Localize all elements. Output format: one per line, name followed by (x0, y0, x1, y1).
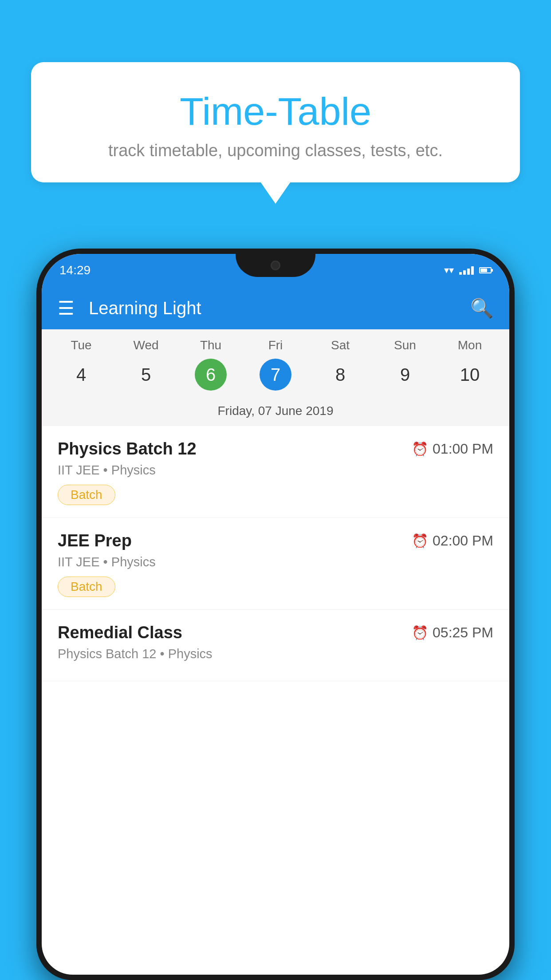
calendar-day-name: Tue (71, 338, 91, 352)
speech-bubble-subtitle: track timetable, upcoming classes, tests… (67, 141, 484, 160)
clock-icon: ⏰ (412, 533, 428, 549)
schedule-item-time-text: 02:00 PM (433, 533, 493, 549)
calendar-day-cell[interactable]: Mon10 (443, 338, 496, 391)
calendar-day-cell[interactable]: Thu6 (184, 338, 237, 391)
calendar-day-number: 8 (324, 359, 356, 391)
wifi-icon: ▾▾ (444, 265, 454, 276)
battery-icon (479, 267, 492, 273)
camera (271, 261, 280, 270)
schedule-item-time-text: 01:00 PM (433, 441, 493, 457)
schedule-item-title: Remedial Class (58, 623, 182, 642)
calendar-day-name: Thu (200, 338, 221, 352)
status-time: 14:29 (59, 263, 91, 277)
schedule-item-title: Physics Batch 12 (58, 439, 197, 458)
status-bar: 14:29 ▾▾ (42, 254, 509, 287)
calendar-day-number: 4 (65, 359, 97, 391)
app-bar: ☰ Learning Light 🔍 (42, 287, 509, 329)
battery-tip (492, 269, 493, 272)
calendar-day-number: 7 (260, 359, 291, 391)
calendar-day-name: Fri (268, 338, 283, 352)
speech-bubble-section: Time-Table track timetable, upcoming cla… (31, 62, 520, 182)
batch-badge: Batch (58, 485, 115, 505)
calendar-day-name: Sat (331, 338, 350, 352)
calendar-date-label: Friday, 07 June 2019 (42, 398, 509, 426)
hamburger-icon[interactable]: ☰ (58, 297, 75, 319)
phone-screen: 14:29 ▾▾ (42, 254, 509, 975)
calendar-strip: Tue4Wed5Thu6Fri7Sat8Sun9Mon10 Friday, 07… (42, 329, 509, 426)
calendar-days-row: Tue4Wed5Thu6Fri7Sat8Sun9Mon10 (42, 338, 509, 391)
schedule-item[interactable]: Physics Batch 12⏰01:00 PMIIT JEE • Physi… (42, 426, 509, 518)
battery-fill (480, 269, 487, 272)
calendar-day-number: 6 (195, 359, 227, 391)
calendar-day-number: 10 (454, 359, 486, 391)
schedule-item-time-text: 05:25 PM (433, 624, 493, 641)
calendar-day-cell[interactable]: Sun9 (378, 338, 432, 391)
calendar-day-number: 9 (389, 359, 421, 391)
status-icons: ▾▾ (444, 265, 492, 276)
calendar-day-name: Wed (133, 338, 158, 352)
calendar-day-cell[interactable]: Tue4 (55, 338, 108, 391)
app-bar-title: Learning Light (89, 298, 456, 318)
phone-frame: 14:29 ▾▾ (36, 249, 515, 980)
calendar-day-name: Sun (394, 338, 416, 352)
schedule-item[interactable]: Remedial Class⏰05:25 PMPhysics Batch 12 … (42, 610, 509, 681)
calendar-day-cell[interactable]: Fri7 (249, 338, 302, 391)
schedule-item-subtitle: IIT JEE • Physics (58, 463, 493, 478)
schedule-item-subtitle: Physics Batch 12 • Physics (58, 647, 493, 661)
schedule-item-title: JEE Prep (58, 531, 132, 550)
calendar-day-number: 5 (130, 359, 162, 391)
calendar-day-name: Mon (458, 338, 482, 352)
speech-bubble-title: Time-Table (67, 89, 484, 134)
schedule-item-subtitle: IIT JEE • Physics (58, 555, 493, 569)
search-icon[interactable]: 🔍 (470, 297, 493, 319)
phone-notch (236, 254, 315, 277)
batch-badge: Batch (58, 577, 115, 597)
clock-icon: ⏰ (412, 625, 428, 640)
calendar-day-cell[interactable]: Sat8 (314, 338, 367, 391)
speech-bubble-card: Time-Table track timetable, upcoming cla… (31, 62, 520, 182)
schedule-item[interactable]: JEE Prep⏰02:00 PMIIT JEE • PhysicsBatch (42, 518, 509, 610)
clock-icon: ⏰ (412, 441, 428, 457)
calendar-day-cell[interactable]: Wed5 (119, 338, 173, 391)
signal-icon (459, 266, 474, 275)
schedule-list: Physics Batch 12⏰01:00 PMIIT JEE • Physi… (42, 426, 509, 681)
